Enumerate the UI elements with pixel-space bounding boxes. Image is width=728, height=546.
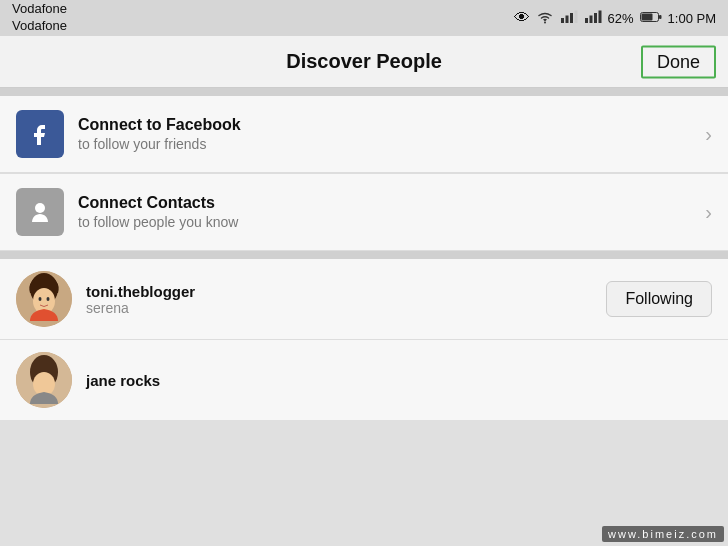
connect-contacts-text: Connect Contacts to follow people you kn… bbox=[78, 194, 697, 230]
svg-rect-6 bbox=[589, 15, 592, 23]
battery-percent: 62% bbox=[608, 11, 634, 26]
connect-contacts-item[interactable]: Connect Contacts to follow people you kn… bbox=[0, 174, 728, 251]
chevron-icon-2: › bbox=[705, 201, 712, 224]
connect-facebook-title: Connect to Facebook bbox=[78, 116, 697, 134]
person-toni-name: serena bbox=[86, 300, 606, 316]
eye-icon: 👁 bbox=[514, 9, 530, 27]
connect-contacts-title: Connect Contacts bbox=[78, 194, 697, 212]
wifi-icon bbox=[536, 10, 554, 27]
svg-rect-7 bbox=[594, 13, 597, 23]
svg-point-0 bbox=[544, 21, 546, 23]
connect-facebook-item[interactable]: Connect to Facebook to follow your frien… bbox=[0, 96, 728, 173]
connect-facebook-text: Connect to Facebook to follow your frien… bbox=[78, 116, 697, 152]
following-button[interactable]: Following bbox=[606, 281, 712, 317]
contacts-icon bbox=[16, 188, 64, 236]
person-item-jane: jane rocks bbox=[0, 340, 728, 420]
person-jane-text: jane rocks bbox=[86, 372, 712, 389]
person-jane-username: jane rocks bbox=[86, 372, 712, 389]
svg-rect-3 bbox=[570, 13, 573, 23]
signal-icon bbox=[560, 10, 578, 27]
watermark: www.bimeiz.com bbox=[602, 526, 724, 542]
person-toni-text: toni.theblogger serena bbox=[86, 283, 606, 316]
chevron-icon: › bbox=[705, 123, 712, 146]
carrier-text: Vodafone Vodafone bbox=[12, 1, 67, 35]
facebook-icon bbox=[16, 110, 64, 158]
svg-rect-4 bbox=[574, 10, 577, 23]
header: Discover People Done bbox=[0, 36, 728, 88]
connect-facebook-subtitle: to follow your friends bbox=[78, 136, 697, 152]
svg-point-16 bbox=[39, 297, 42, 301]
svg-rect-11 bbox=[659, 15, 662, 19]
svg-rect-8 bbox=[598, 10, 601, 23]
done-button[interactable]: Done bbox=[641, 45, 716, 78]
section-divider bbox=[0, 88, 728, 96]
person-item-toni: toni.theblogger serena Following bbox=[0, 259, 728, 340]
svg-rect-1 bbox=[561, 18, 564, 23]
svg-rect-2 bbox=[565, 15, 568, 23]
svg-point-17 bbox=[47, 297, 50, 301]
svg-rect-10 bbox=[641, 13, 652, 20]
person-toni-username: toni.theblogger bbox=[86, 283, 606, 300]
signal2-icon bbox=[584, 10, 602, 27]
avatar-jane bbox=[16, 352, 72, 408]
connect-contacts-subtitle: to follow people you know bbox=[78, 214, 697, 230]
status-right: 👁 bbox=[514, 9, 716, 27]
time-display: 1:00 PM bbox=[668, 11, 716, 26]
avatar-toni bbox=[16, 271, 72, 327]
section-divider-3 bbox=[0, 251, 728, 259]
svg-point-12 bbox=[35, 203, 45, 213]
status-bar: Vodafone Vodafone 👁 bbox=[0, 0, 728, 36]
battery-icon bbox=[640, 11, 662, 26]
svg-rect-5 bbox=[585, 18, 588, 23]
page-title: Discover People bbox=[286, 50, 442, 73]
